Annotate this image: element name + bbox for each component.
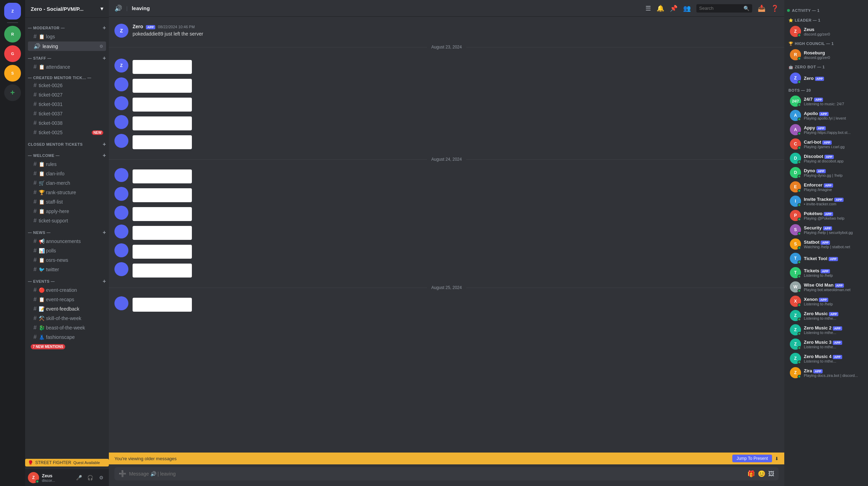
- notifications-icon[interactable]: 🔔: [657, 5, 664, 12]
- member-statbot[interactable]: S Statbot APP Watching /help | statbot.n…: [787, 237, 865, 251]
- channel-rank-structure[interactable]: # 🏆 rank-structure: [28, 188, 106, 197]
- channel-ticket-0037[interactable]: # ticket-0037: [28, 109, 106, 118]
- msg-row-1: Z: [114, 58, 779, 76]
- channel-ticket-0027[interactable]: # ticket-0027: [28, 90, 106, 99]
- server-icon-4[interactable]: S: [4, 65, 21, 82]
- channel-rules[interactable]: # 📋 rules: [28, 160, 106, 169]
- category-staff[interactable]: — STAFF — +: [25, 54, 109, 62]
- chat-input[interactable]: [129, 471, 744, 477]
- app-badge-invite-tracker: APP: [834, 198, 844, 202]
- member-ticket-tool[interactable]: T Ticket Tool APP: [787, 251, 865, 265]
- category-mentor[interactable]: — CREATED MENTOR TICK... —: [25, 74, 109, 81]
- staff-list-label: 📋 staff-list: [39, 199, 103, 205]
- hash-icon-t25: #: [33, 129, 37, 136]
- category-closed-mentor[interactable]: CLOSED MENTOR TICKETS +: [25, 140, 109, 148]
- chat-header: 🔊 | leaving ☰ 🔔 📌 👥 🔍 📥 ❓: [109, 0, 784, 17]
- channel-ticket-0026[interactable]: # ticket-0026: [28, 81, 106, 90]
- name-24-7: 24/7 APP: [804, 97, 862, 102]
- help-icon[interactable]: ❓: [771, 5, 779, 12]
- members-icon[interactable]: 👥: [683, 5, 691, 12]
- channel-ticket-support[interactable]: # ticket-support: [28, 216, 106, 225]
- channel-clan-info[interactable]: # 📋 clan-info: [28, 169, 106, 178]
- channel-ticket-0038[interactable]: # ticket-0038: [28, 119, 106, 128]
- member-invite-tracker[interactable]: I Invite Tracker APP • invite-tracker.co…: [787, 194, 865, 208]
- member-poketwo[interactable]: P Pokétwo APP Playing @Poketwo help: [787, 208, 865, 222]
- channel-announcements[interactable]: # 📢 announcements: [28, 237, 106, 246]
- member-roseburg[interactable]: R Roseburg discord.gg/zer0: [787, 48, 865, 62]
- settings-button[interactable]: ⚙: [96, 473, 106, 483]
- info-carl-bot: Carl-bot APP Playing /games i.carl.gg: [804, 139, 862, 149]
- gif-icon[interactable]: 😊: [758, 470, 765, 478]
- channel-beast-of-the-week[interactable]: # 🐉 beast-of-the-week: [28, 323, 106, 332]
- channel-event-recaps[interactable]: # 📋 event-recaps: [28, 295, 106, 304]
- member-zero-music[interactable]: Z Zero Music APP Listening to mthe...: [787, 309, 865, 322]
- mention-badge[interactable]: 7 NEW MENTIONS: [31, 344, 65, 349]
- member-tickets[interactable]: T Tickets APP Listening to /help: [787, 266, 865, 280]
- channel-polls[interactable]: # 📊 polls: [28, 246, 106, 255]
- member-enforcer[interactable]: E Enforcer APP Playing /imagine: [787, 180, 865, 194]
- add-news-btn[interactable]: +: [103, 229, 106, 236]
- member-zero-music-2[interactable]: Z Zero Music 2 APP Listening to mthe...: [787, 323, 865, 337]
- add-attachment-icon[interactable]: ➕: [119, 470, 126, 478]
- server-icon-zero[interactable]: Z: [4, 3, 21, 20]
- channel-attendance[interactable]: # 📋 attendance: [28, 62, 106, 71]
- add-server-icon[interactable]: +: [4, 84, 21, 101]
- member-wise-old-man[interactable]: W Wise Old Man APP Playing bot.wiseoldma…: [787, 280, 865, 294]
- mute-button[interactable]: 🎤: [74, 473, 84, 483]
- channel-fashionscape[interactable]: # 👗 fashionscape: [28, 333, 106, 342]
- member-zero-music-4[interactable]: Z Zero Music 4 APP Listening to mthe...: [787, 351, 865, 365]
- channel-logs[interactable]: # 📋 logs: [28, 32, 106, 41]
- add-events-btn[interactable]: +: [103, 278, 106, 284]
- member-zeus[interactable]: Z Zeus discord.gg/zer0: [787, 24, 865, 38]
- channel-ticket-0031[interactable]: # ticket-0031: [28, 100, 106, 109]
- member-24-7[interactable]: 24/7 24/7 APP Listening to music: 24/7: [787, 94, 865, 108]
- add-closed-mentor-btn[interactable]: +: [103, 141, 106, 147]
- avatar-invite-tracker: I: [790, 196, 801, 207]
- member-discobot[interactable]: D Discobot APP Playing at discobot.app: [787, 151, 865, 165]
- member-zira[interactable]: Z Zira APP Playing docs.zira.bot | disco…: [787, 366, 865, 380]
- channel-event-feedback[interactable]: # 📝 event-feedback: [28, 304, 106, 313]
- channel-event-creation[interactable]: # 🔴 event-creation: [28, 286, 106, 295]
- activity-invite-tracker: • invite-tracker.com: [804, 202, 862, 206]
- member-carl-bot[interactable]: C Carl-bot APP Playing /games i.carl.gg: [787, 137, 865, 151]
- channel-leaving[interactable]: 🔊 leaving ⚙: [28, 41, 106, 51]
- add-welcome-btn[interactable]: +: [103, 152, 106, 159]
- server-icon-2[interactable]: R: [4, 26, 21, 43]
- events-bar[interactable]: 🥊 STREET FIGHTER Quest Available: [25, 459, 109, 466]
- category-events[interactable]: — EVENTS — +: [25, 277, 109, 285]
- channel-osrs-news[interactable]: # 📋 osrs-news: [28, 256, 106, 265]
- search-bar[interactable]: 🔍: [696, 4, 752, 13]
- deafen-button[interactable]: 🎧: [85, 473, 95, 483]
- threads-icon[interactable]: ☰: [645, 5, 651, 12]
- member-appy[interactable]: A Appy APP Playing https://appy.bot.st..…: [787, 123, 865, 137]
- member-zero-music-3[interactable]: Z Zero Music 3 APP Listening to mthe...: [787, 337, 865, 351]
- channel-staff-list[interactable]: # 📋 staff-list: [28, 197, 106, 206]
- member-security[interactable]: S Security APP Playing /help | securityb…: [787, 223, 865, 237]
- category-welcome[interactable]: — WELCOME — +: [25, 151, 109, 159]
- member-apollo[interactable]: A Apollo APP Playing apollo.fyi | levent: [787, 108, 865, 122]
- channel-clan-merch[interactable]: # 🛒 clan-merch: [28, 179, 106, 188]
- member-dyno[interactable]: D Dyno APP Playing dyno.gg | !help: [787, 166, 865, 180]
- category-news[interactable]: — NEWS — +: [25, 228, 109, 236]
- settings-icon[interactable]: ⚙: [99, 44, 103, 49]
- sticker-icon[interactable]: 🖼: [768, 470, 775, 478]
- server-icon-3[interactable]: G: [4, 45, 21, 62]
- ticket-0031-label: ticket-0031: [39, 101, 103, 107]
- member-xenon[interactable]: X Xenon APP Listening to /help: [787, 294, 865, 308]
- channel-ticket-0025[interactable]: # ticket-0025 NEW: [28, 128, 106, 137]
- channel-skill-of-the-week[interactable]: # ⚒️ skill-of-the-week: [28, 314, 106, 323]
- jump-to-present-button[interactable]: Jump To Present: [732, 455, 772, 462]
- emoji-icon[interactable]: 🎁: [747, 470, 755, 478]
- search-input[interactable]: [699, 6, 741, 11]
- member-zero-bot[interactable]: Z Zero APP: [787, 71, 865, 85]
- add-staff-btn[interactable]: +: [103, 55, 106, 61]
- pin-icon[interactable]: 📌: [670, 5, 678, 12]
- skill-label: ⚒️ skill-of-the-week: [39, 316, 103, 321]
- inbox-icon[interactable]: 📥: [758, 5, 765, 12]
- channel-twitter[interactable]: # 🐦 twitter: [28, 265, 106, 274]
- add-channel-btn[interactable]: +: [103, 25, 106, 31]
- server-header[interactable]: Zero - Social/PVM/P... ▾: [25, 0, 109, 18]
- channel-apply-here[interactable]: # 📋 apply-here: [28, 207, 106, 216]
- name-poketwo: Pokétwo APP: [804, 211, 862, 216]
- category-moderator[interactable]: — MODERATOR — +: [25, 23, 109, 32]
